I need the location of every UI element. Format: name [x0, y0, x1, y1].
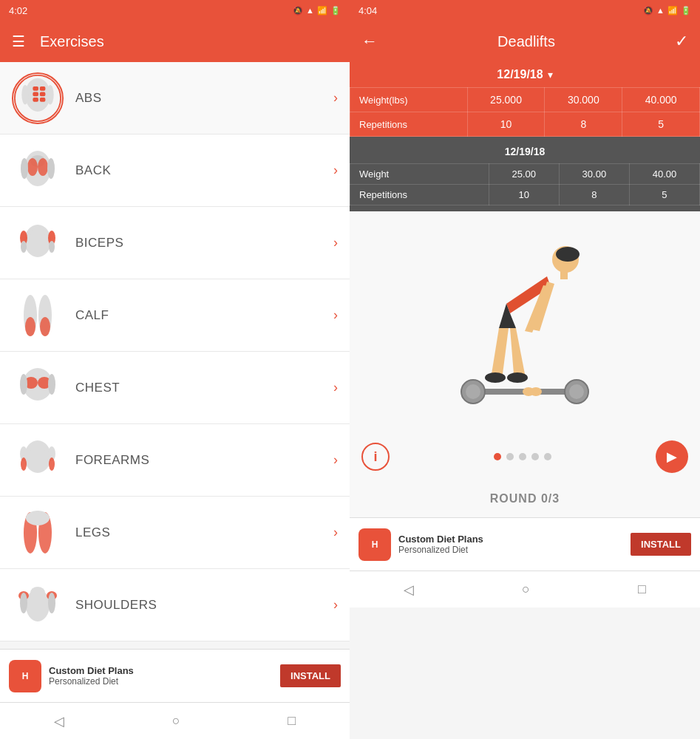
svg-point-46	[48, 593, 55, 613]
exercise-image-section	[350, 211, 700, 433]
weight-row: Weight(lbs) 25.000 30.000 40.000	[350, 88, 700, 112]
date-bar[interactable]: 12/19/18 ▾	[350, 62, 700, 87]
dot-4[interactable]	[531, 453, 539, 460]
exercise-title: Deadlifts	[497, 33, 555, 50]
left-nav-bar: ◁ ○ □	[0, 702, 350, 739]
list-item[interactable]: CHEST ›	[0, 352, 350, 424]
dot-3[interactable]	[519, 453, 526, 460]
exercises-title: Exercises	[40, 33, 104, 50]
dot-1[interactable]	[494, 453, 501, 460]
right-panel: 4:04 🔕 ▲ 📶 🔋 ← Deadlifts ✓ 12/19/18 ▾ We…	[350, 0, 700, 739]
right-back-nav[interactable]: ◁	[389, 576, 429, 604]
svg-rect-53	[560, 270, 568, 279]
svg-point-50	[466, 384, 480, 399]
right-ad-sub: Personalized Diet	[398, 545, 623, 555]
left-ad-sub: Personalized Diet	[49, 676, 273, 687]
info-button[interactable]: i	[361, 443, 390, 471]
list-item[interactable]: CALF ›	[0, 279, 350, 352]
svg-point-8	[21, 85, 28, 104]
reps-val-3[interactable]: 5	[622, 112, 700, 137]
svg-point-37	[49, 457, 55, 471]
left-ad-main: Custom Diet Plans	[49, 665, 273, 676]
history-weight-2: 30.00	[559, 164, 629, 185]
biceps-muscle-icon	[12, 217, 64, 269]
history-weight-3: 40.00	[629, 164, 699, 185]
forearms-muscle-icon	[12, 435, 64, 486]
list-item[interactable]: SHOULDERS ›	[0, 569, 350, 641]
calf-chevron: ›	[333, 307, 338, 323]
svg-rect-6	[33, 98, 38, 102]
list-item[interactable]: BACK ›	[0, 134, 350, 207]
check-button[interactable]: ✓	[675, 32, 688, 51]
svg-point-9	[47, 85, 53, 104]
forearms-chevron: ›	[333, 452, 338, 468]
reps-val-1[interactable]: 10	[467, 112, 545, 137]
reps-row: Repetitions 10 8 5	[350, 112, 700, 137]
hamburger-icon[interactable]: ☰	[12, 33, 25, 50]
right-header: ← Deadlifts ✓	[350, 21, 700, 62]
dot-2[interactable]	[506, 453, 514, 460]
weight-val-1[interactable]: 25.000	[467, 88, 545, 112]
svg-point-25	[40, 317, 50, 336]
abs-muscle-icon	[12, 72, 64, 124]
svg-rect-2	[33, 86, 38, 90]
left-back-nav[interactable]: ◁	[39, 707, 79, 735]
back-chevron: ›	[333, 163, 338, 178]
weight-val-2[interactable]: 30.000	[545, 88, 622, 112]
svg-point-45	[20, 593, 27, 613]
history-weight-label: Weight	[350, 164, 489, 185]
legs-chevron: ›	[333, 525, 338, 540]
play-button[interactable]: ▶	[656, 440, 688, 473]
svg-point-58	[556, 247, 580, 262]
history-weight-1: 25.00	[489, 164, 559, 185]
list-item[interactable]: BICEPS ›	[0, 207, 350, 279]
left-square-nav[interactable]: □	[273, 707, 310, 735]
svg-point-14	[21, 158, 28, 179]
shoulders-chevron: ›	[333, 597, 338, 613]
svg-point-36	[21, 457, 27, 471]
right-ad-text: Custom Diet Plans Personalized Diet	[398, 534, 623, 555]
left-home-nav[interactable]: ○	[157, 707, 195, 735]
list-item[interactable]: LEGS ›	[0, 497, 350, 569]
legs-muscle-icon	[12, 507, 64, 559]
svg-point-42	[30, 587, 45, 599]
svg-point-55	[507, 372, 528, 383]
right-status-bar: 4:04 🔕 ▲ 📶 🔋	[350, 0, 700, 21]
right-install-button[interactable]: INSTALL	[631, 533, 691, 556]
right-nav-bar: ◁ ○ □	[350, 571, 700, 607]
reps-val-2[interactable]: 8	[545, 112, 622, 137]
svg-point-51	[569, 384, 584, 399]
shoulders-muscle-icon	[12, 579, 64, 631]
weight-val-3[interactable]: 40.000	[622, 88, 700, 112]
history-date: 12/19/18	[350, 143, 700, 163]
history-reps-1: 10	[489, 185, 559, 205]
left-install-button[interactable]: INSTALL	[280, 664, 341, 687]
right-time: 4:04	[359, 5, 377, 16]
history-weight-row: Weight 25.00 30.00 40.00	[350, 164, 700, 185]
history-section: 12/19/18 Weight 25.00 30.00 40.00 Repeti…	[350, 137, 700, 211]
history-reps-row: Repetitions 10 8 5	[350, 185, 700, 205]
calf-muscle-icon	[12, 290, 64, 341]
exercise-name-back: BACK	[75, 163, 333, 178]
right-home-nav[interactable]: ○	[507, 576, 545, 603]
svg-rect-4	[33, 92, 38, 96]
image-dots	[494, 453, 551, 460]
selected-date: 12/19/18	[497, 68, 543, 81]
right-square-nav[interactable]: □	[623, 576, 661, 603]
left-time: 4:02	[9, 5, 27, 16]
svg-point-31	[48, 374, 55, 395]
svg-point-15	[47, 158, 55, 179]
list-item[interactable]: ABS ›	[0, 62, 350, 134]
round-section: ROUND 0/3	[350, 480, 700, 517]
svg-point-30	[20, 374, 27, 395]
right-ad-banner: H Custom Diet Plans Personalized Diet IN…	[350, 517, 700, 571]
back-button[interactable]: ←	[361, 32, 378, 51]
exercise-name-abs: ABS	[75, 91, 333, 106]
list-item[interactable]: FOREARMS ›	[0, 424, 350, 497]
svg-rect-7	[40, 98, 46, 102]
round-label: ROUND 0/3	[361, 492, 688, 505]
dot-5[interactable]	[544, 453, 551, 460]
right-ad-logo: H	[359, 528, 391, 561]
left-status-bar: 4:02 🔕 ▲ 📶 🔋	[0, 0, 350, 21]
exercise-figure	[451, 219, 599, 426]
